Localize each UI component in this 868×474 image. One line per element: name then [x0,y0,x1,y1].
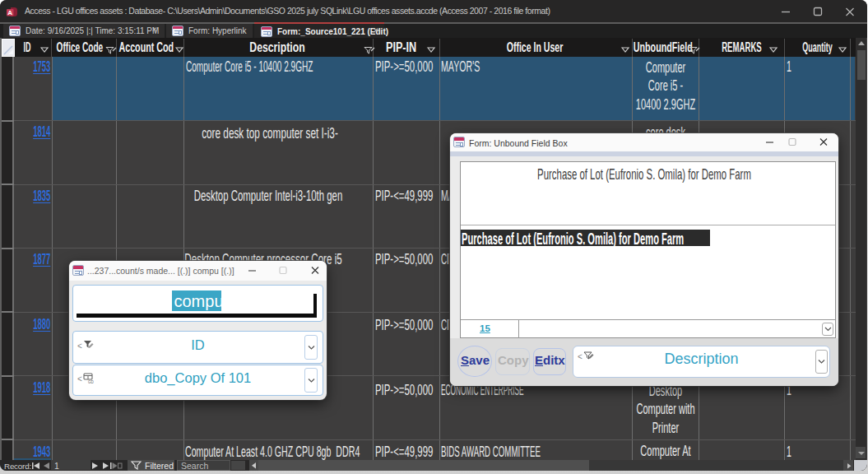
svg-text:A: A [7,9,12,16]
